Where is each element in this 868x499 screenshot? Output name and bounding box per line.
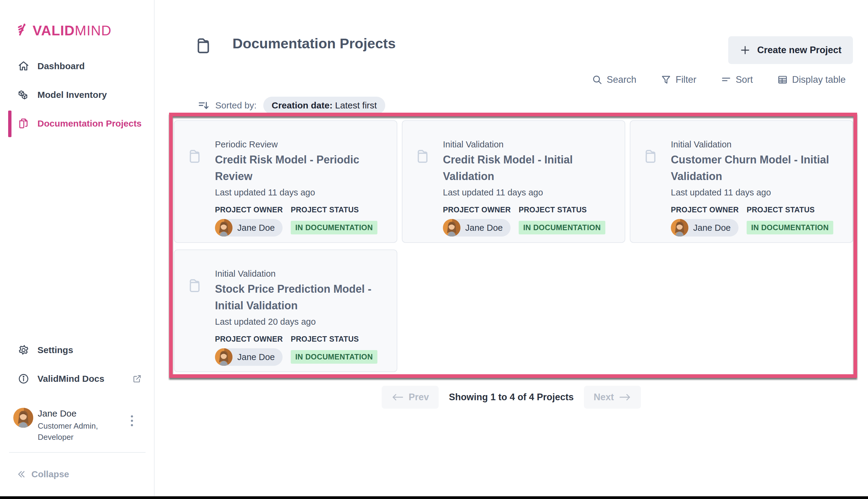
screen-bottom-edge	[0, 496, 868, 499]
sorted-by-row: Sorted by: Creation date: Latest first	[198, 97, 385, 114]
sidebar-item-settings[interactable]: Settings	[0, 341, 154, 360]
project-title: Stock Price Prediction Model - Initial V…	[215, 281, 376, 314]
owner-pill[interactable]: Jane Doe	[443, 219, 510, 236]
create-button-label: Create new Project	[757, 45, 841, 56]
project-status-label: PROJECT STATUS	[519, 205, 605, 214]
sidebar-item-label: Documentation Projects	[37, 118, 141, 129]
user-avatar[interactable]	[13, 408, 33, 428]
project-type: Periodic Review	[215, 139, 377, 149]
user-roles: Customer Admin, Developer	[38, 421, 124, 443]
project-title: Customer Churn Model - Initial Validatio…	[671, 151, 832, 185]
info-icon	[17, 373, 29, 385]
cubes-icon	[17, 89, 29, 101]
folder-icon	[196, 37, 216, 55]
status-badge: IN DOCUMENTATION	[519, 221, 605, 234]
sidebar-item-dashboard[interactable]: Dashboard	[0, 57, 154, 75]
status-badge: IN DOCUMENTATION	[747, 221, 833, 234]
sidebar-item-label: Model Inventory	[37, 90, 107, 100]
chevrons-left-icon	[16, 469, 27, 480]
table-icon	[777, 74, 788, 85]
search-icon	[592, 74, 603, 85]
sidebar: VALIDMIND Dashboard	[0, 0, 154, 499]
project-updated: Last updated 11 days ago	[215, 187, 377, 197]
project-owner-label: PROJECT OWNER	[443, 205, 519, 214]
prev-page-button[interactable]: Prev	[382, 386, 439, 409]
logo-text: VALIDMIND	[33, 24, 111, 37]
sort-lines-icon	[721, 74, 732, 85]
documents-icon	[17, 118, 29, 130]
project-title: Credit Risk Model - Initial Validation	[443, 151, 605, 185]
sidebar-divider	[9, 452, 146, 453]
toolbar: Search Filter Sort	[592, 74, 846, 85]
sort-descending-icon	[198, 99, 210, 111]
sorted-by-label: Sorted by:	[215, 100, 257, 111]
search-button[interactable]: Search	[592, 74, 636, 85]
owner-avatar	[215, 348, 233, 366]
user-name: Jane Doe	[38, 409, 76, 419]
project-card[interactable]: Initial Validation Credit Risk Model - I…	[402, 120, 625, 243]
filter-button[interactable]: Filter	[660, 74, 696, 85]
page-title: Documentation Projects	[233, 35, 396, 52]
owner-avatar	[215, 219, 233, 236]
external-link-icon	[132, 374, 142, 384]
sidebar-item-validmind-docs[interactable]: ValidMind Docs	[0, 369, 154, 388]
project-updated: Last updated 11 days ago	[443, 187, 605, 197]
status-badge: IN DOCUMENTATION	[291, 350, 377, 364]
project-updated: Last updated 20 days ago	[215, 317, 377, 327]
validmind-logo[interactable]: VALIDMIND	[17, 22, 111, 37]
collapse-label: Collapse	[32, 469, 69, 479]
project-status-label: PROJECT STATUS	[291, 335, 377, 343]
arrow-left-icon	[391, 393, 404, 402]
filter-icon	[660, 74, 671, 85]
sidebar-item-model-inventory[interactable]: Model Inventory	[0, 85, 154, 104]
sort-criteria-chip[interactable]: Creation date: Latest first	[263, 97, 385, 114]
project-type: Initial Validation	[671, 139, 833, 149]
owner-pill[interactable]: Jane Doe	[215, 219, 283, 236]
project-status-label: PROJECT STATUS	[291, 205, 377, 214]
project-card[interactable]: Initial Validation Stock Price Predictio…	[174, 250, 397, 372]
owner-avatar	[443, 219, 460, 236]
projects-grid: Periodic Review Credit Risk Model - Peri…	[174, 120, 853, 372]
app-window: VALIDMIND Dashboard	[0, 0, 868, 499]
project-title: Credit Risk Model - Periodic Review	[215, 151, 376, 185]
folder-icon	[188, 149, 206, 242]
plus-icon	[740, 45, 751, 56]
owner-pill[interactable]: Jane Doe	[671, 219, 739, 236]
folder-icon	[416, 149, 434, 242]
project-owner-label: PROJECT OWNER	[215, 205, 291, 214]
sidebar-item-documentation-projects[interactable]: Documentation Projects	[0, 114, 154, 133]
owner-pill[interactable]: Jane Doe	[215, 348, 283, 366]
status-badge: IN DOCUMENTATION	[291, 221, 377, 234]
main-content: Documentation Projects Create new Projec…	[154, 0, 868, 499]
owner-avatar	[671, 219, 689, 236]
pagination-info: Showing 1 to 4 of 4 Projects	[449, 392, 574, 403]
create-new-project-button[interactable]: Create new Project	[728, 36, 853, 64]
folder-icon	[188, 278, 206, 372]
sidebar-item-label: Settings	[37, 345, 73, 355]
project-type: Initial Validation	[443, 139, 605, 149]
pagination: Prev Showing 1 to 4 of 4 Projects Next	[382, 386, 641, 409]
sidebar-item-label: ValidMind Docs	[37, 374, 104, 384]
validmind-logo-mark	[17, 22, 33, 37]
display-table-button[interactable]: Display table	[777, 74, 846, 85]
project-card[interactable]: Periodic Review Credit Risk Model - Peri…	[174, 120, 397, 243]
next-page-button[interactable]: Next	[584, 386, 641, 409]
project-updated: Last updated 11 days ago	[671, 187, 833, 197]
project-owner-label: PROJECT OWNER	[671, 205, 747, 214]
project-type: Initial Validation	[215, 269, 377, 279]
sort-button[interactable]: Sort	[721, 74, 753, 85]
home-icon	[17, 60, 29, 72]
gear-icon	[17, 344, 29, 356]
sidebar-item-label: Dashboard	[37, 61, 85, 71]
folder-icon	[644, 149, 662, 242]
project-owner-label: PROJECT OWNER	[215, 335, 291, 343]
arrow-right-icon	[619, 393, 631, 402]
project-status-label: PROJECT STATUS	[747, 205, 833, 214]
project-card[interactable]: Initial Validation Customer Churn Model …	[630, 120, 853, 243]
collapse-button[interactable]: Collapse	[16, 469, 69, 480]
user-menu-kebab-icon[interactable]	[127, 413, 137, 428]
